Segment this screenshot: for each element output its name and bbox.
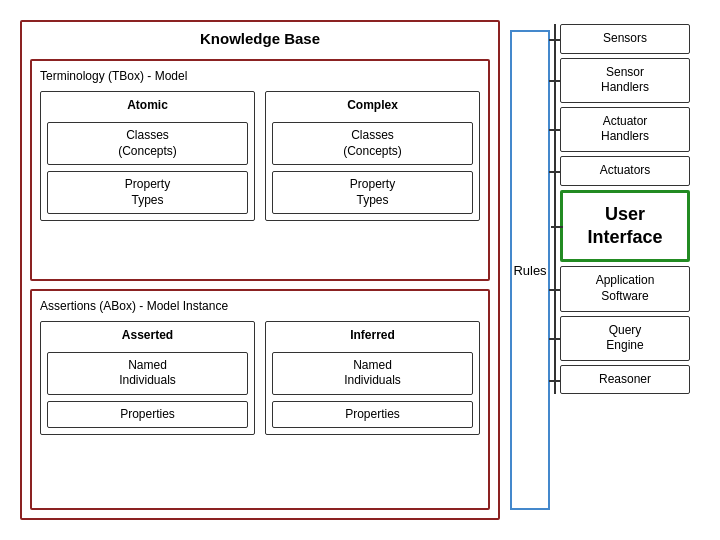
abox-inferred-title: Inferred — [272, 328, 473, 342]
abox-inferred-properties: Properties — [272, 401, 473, 429]
rules-label: Rules — [513, 263, 546, 278]
diagram: Knowledge Base Terminology (TBox) - Mode… — [10, 10, 710, 530]
kb-title: Knowledge Base — [30, 30, 490, 47]
abox-box: Assertions (ABox) - Model Instance Asser… — [30, 289, 490, 511]
actuator-handlers-box: ActuatorHandlers — [560, 107, 690, 152]
tbox-columns: Atomic Classes(Concepts) PropertyTypes C… — [40, 91, 480, 221]
actuators-box: Actuators — [560, 156, 690, 186]
abox-asserted-named-individuals: NamedIndividuals — [47, 352, 248, 395]
sensor-handlers-box: SensorHandlers — [560, 58, 690, 103]
application-software-box: ApplicationSoftware — [560, 266, 690, 311]
rules-column: Rules — [510, 30, 550, 510]
tbox-complex-col: Complex Classes(Concepts) PropertyTypes — [265, 91, 480, 221]
abox-columns: Asserted NamedIndividuals Properties Inf… — [40, 321, 480, 436]
tbox-complex-classes: Classes(Concepts) — [272, 122, 473, 165]
query-engine-box: QueryEngine — [560, 316, 690, 361]
tbox-atomic-col: Atomic Classes(Concepts) PropertyTypes — [40, 91, 255, 221]
abox-asserted-properties: Properties — [47, 401, 248, 429]
connector-group: Sensors SensorHandlers ActuatorHandlers … — [560, 24, 690, 394]
user-interface-box: UserInterface — [560, 190, 690, 263]
tbox-complex-property-types: PropertyTypes — [272, 171, 473, 214]
abox-asserted-title: Asserted — [47, 328, 248, 342]
abox-asserted-col: Asserted NamedIndividuals Properties — [40, 321, 255, 436]
abox-inferred-col: Inferred NamedIndividuals Properties — [265, 321, 480, 436]
tbox-atomic-property-types: PropertyTypes — [47, 171, 248, 214]
right-panel: Sensors SensorHandlers ActuatorHandlers … — [560, 20, 690, 520]
reasoner-box: Reasoner — [560, 365, 690, 395]
tbox-atomic-title: Atomic — [47, 98, 248, 112]
abox-title: Assertions (ABox) - Model Instance — [40, 299, 480, 313]
tbox-complex-title: Complex — [272, 98, 473, 112]
knowledge-base-box: Knowledge Base Terminology (TBox) - Mode… — [20, 20, 500, 520]
sensors-box: Sensors — [560, 24, 690, 54]
tbox-title: Terminology (TBox) - Model — [40, 69, 480, 83]
abox-inferred-named-individuals: NamedIndividuals — [272, 352, 473, 395]
tbox-box: Terminology (TBox) - Model Atomic Classe… — [30, 59, 490, 281]
tbox-atomic-classes: Classes(Concepts) — [47, 122, 248, 165]
